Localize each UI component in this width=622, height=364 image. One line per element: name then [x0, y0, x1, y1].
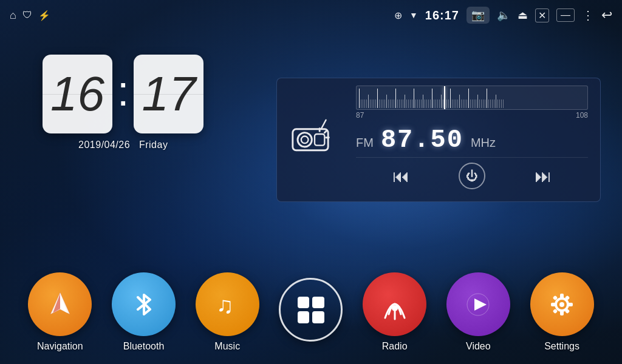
volume-icon[interactable]: 🔈 — [497, 8, 510, 22]
radio-band-label: FM — [356, 136, 374, 150]
location-icon: ⊕ — [394, 10, 402, 21]
home-grid — [298, 297, 324, 323]
radio-main-freq: FM 87.50 MHz — [356, 126, 588, 155]
grid-cell-1 — [298, 297, 310, 309]
apps-row: Navigation Bluetooth ♫ Music — [0, 272, 622, 352]
svg-text:♫: ♫ — [216, 292, 234, 318]
grid-cell-3 — [298, 311, 310, 323]
app-settings[interactable]: Settings — [530, 272, 594, 352]
svg-point-1 — [298, 132, 312, 146]
grid-cell-2 — [312, 297, 324, 309]
home-icon: ⌂ — [10, 9, 16, 22]
svg-point-18 — [559, 302, 564, 307]
radio-label: Radio — [382, 341, 408, 352]
clock-minutes: 17 — [134, 55, 203, 133]
app-bluetooth[interactable]: Bluetooth — [112, 272, 176, 352]
camera-icon[interactable]: 📷 — [466, 7, 490, 24]
app-video[interactable]: Video — [446, 272, 510, 352]
svg-rect-22 — [568, 303, 573, 306]
music-icon[interactable]: ♫ — [196, 272, 259, 336]
app-radio[interactable]: Radio — [363, 272, 426, 352]
video-label: Video — [466, 341, 491, 352]
settings-label: Settings — [544, 341, 579, 352]
navigation-label: Navigation — [37, 341, 83, 352]
status-left-icons: ⌂ 🛡 ⚡ — [10, 9, 50, 22]
radio-app-icon[interactable] — [363, 272, 426, 336]
status-right-area: ⊕ ▼ 16:17 📷 🔈 ⏏ ✕ — ⋮ ↩ — [394, 7, 612, 24]
freq-labels: 87 108 — [356, 111, 588, 120]
status-time: 16:17 — [425, 8, 459, 22]
freq-ticks — [357, 86, 587, 109]
usb-icon: ⚡ — [38, 10, 50, 21]
more-icon[interactable]: ⋮ — [582, 8, 594, 22]
app-navigation[interactable]: Navigation — [28, 272, 92, 352]
svg-rect-3 — [315, 134, 324, 146]
radio-unit-label: MHz — [471, 136, 496, 150]
eject-icon[interactable]: ⏏ — [518, 8, 528, 22]
svg-line-7 — [321, 120, 326, 129]
home-launcher-icon[interactable] — [279, 278, 343, 342]
clock-separator: : — [117, 70, 129, 112]
app-home[interactable] — [279, 278, 343, 346]
radio-freq-display: 87 108 FM 87.50 MHz ⏮ ⏻ ⏭ — [344, 78, 600, 201]
svg-rect-20 — [560, 311, 564, 315]
svg-rect-21 — [551, 303, 556, 306]
clock-digits: 16 : 17 — [43, 55, 203, 133]
bluetooth-label: Bluetooth — [123, 341, 165, 352]
radio-frequency: 87.50 — [381, 126, 463, 155]
radio-icon — [289, 118, 332, 162]
svg-marker-16 — [474, 298, 487, 311]
status-bar: ⌂ 🛡 ⚡ ⊕ ▼ 16:17 📷 🔈 ⏏ ✕ — ⋮ ↩ — [0, 0, 622, 30]
clock-date: 2019/04/26 Friday — [78, 140, 168, 150]
radio-next-button[interactable]: ⏭ — [535, 166, 552, 186]
radio-prev-button[interactable]: ⏮ — [392, 166, 409, 186]
wifi-icon: ▼ — [409, 10, 418, 20]
freq-indicator — [444, 86, 445, 109]
navigation-icon[interactable] — [28, 272, 92, 336]
grid-cell-4 — [312, 311, 324, 323]
close-box-icon[interactable]: ✕ — [535, 8, 549, 22]
video-icon[interactable] — [446, 272, 510, 336]
svg-line-5 — [324, 130, 327, 133]
minus-box-icon[interactable]: — — [556, 8, 575, 22]
settings-icon[interactable] — [530, 272, 594, 336]
radio-controls: ⏮ ⏻ ⏭ — [356, 157, 588, 194]
back-icon[interactable]: ↩ — [601, 7, 612, 23]
svg-rect-19 — [560, 294, 564, 298]
bluetooth-icon[interactable] — [112, 272, 176, 336]
shield-icon: 🛡 — [22, 10, 32, 21]
radio-power-button[interactable]: ⏻ — [459, 163, 485, 189]
svg-point-2 — [301, 136, 309, 143]
clock-widget: 16 : 17 2019/04/26 Friday — [43, 55, 203, 150]
music-label: Music — [214, 341, 240, 352]
clock-hours: 16 — [43, 55, 112, 133]
app-music[interactable]: ♫ Music — [196, 272, 259, 352]
freq-scale-bar — [356, 86, 588, 110]
radio-widget: 87 108 FM 87.50 MHz ⏮ ⏻ ⏭ — [276, 78, 601, 202]
